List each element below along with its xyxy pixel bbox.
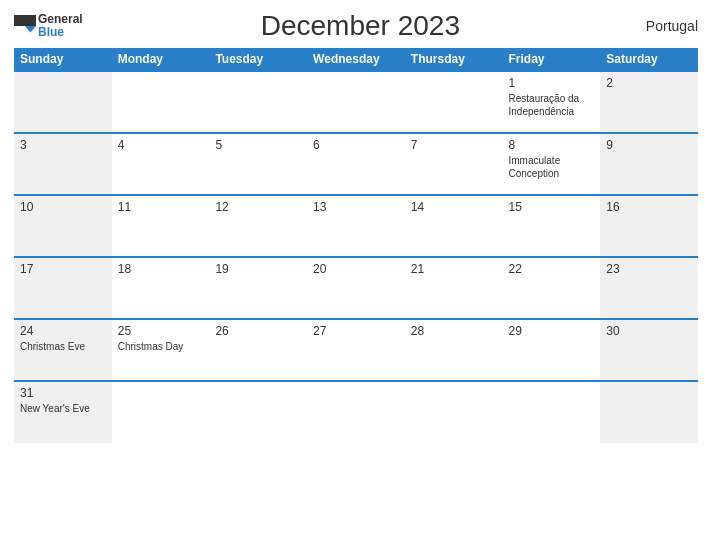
table-row: 31New Year's Eve [14,381,698,443]
day-number: 25 [118,324,204,338]
day-number: 12 [215,200,301,214]
col-saturday: Saturday [600,48,698,71]
col-sunday: Sunday [14,48,112,71]
day-number: 5 [215,138,301,152]
day-number: 9 [606,138,692,152]
col-thursday: Thursday [405,48,503,71]
day-number: 22 [509,262,595,276]
logo-blue: Blue [38,26,83,39]
day-number: 14 [411,200,497,214]
event-label: Christmas Day [118,340,204,353]
calendar-cell: 2 [600,71,698,133]
calendar-cell: 5 [209,133,307,195]
day-number: 11 [118,200,204,214]
day-number: 26 [215,324,301,338]
calendar-cell: 11 [112,195,210,257]
calendar-cell: 21 [405,257,503,319]
calendar-cell [209,71,307,133]
calendar-cell [112,381,210,443]
day-number: 10 [20,200,106,214]
day-number: 17 [20,262,106,276]
calendar-cell: 17 [14,257,112,319]
table-row: 1Restauração da Independência2 [14,71,698,133]
calendar-cell: 25Christmas Day [112,319,210,381]
calendar-cell: 4 [112,133,210,195]
event-label: Immaculate Conception [509,154,595,180]
logo: General Blue [14,13,83,39]
calendar-cell [307,381,405,443]
calendar-cell: 24Christmas Eve [14,319,112,381]
day-number: 20 [313,262,399,276]
calendar-cell: 13 [307,195,405,257]
day-number: 30 [606,324,692,338]
calendar-cell [503,381,601,443]
table-row: 345678Immaculate Conception9 [14,133,698,195]
day-number: 24 [20,324,106,338]
calendar-cell [405,381,503,443]
calendar-cell: 8Immaculate Conception [503,133,601,195]
event-label: Restauração da Independência [509,92,595,118]
day-number: 18 [118,262,204,276]
calendar-cell: 27 [307,319,405,381]
calendar-cell [307,71,405,133]
calendar-cell: 26 [209,319,307,381]
calendar-page: General Blue December 2023 Portugal Sund… [0,0,712,550]
table-row: 10111213141516 [14,195,698,257]
calendar-cell: 23 [600,257,698,319]
col-monday: Monday [112,48,210,71]
day-number: 1 [509,76,595,90]
calendar-cell: 18 [112,257,210,319]
day-number: 6 [313,138,399,152]
calendar-cell: 1Restauração da Independência [503,71,601,133]
calendar-title: December 2023 [83,10,638,42]
calendar-cell: 7 [405,133,503,195]
calendar-cell: 10 [14,195,112,257]
calendar-cell [14,71,112,133]
table-row: 24Christmas Eve25Christmas Day2627282930 [14,319,698,381]
day-number: 15 [509,200,595,214]
day-number: 29 [509,324,595,338]
calendar-cell [405,71,503,133]
event-label: New Year's Eve [20,402,106,415]
calendar-table: Sunday Monday Tuesday Wednesday Thursday… [14,48,698,443]
logo-text: General Blue [38,13,83,39]
calendar-cell [600,381,698,443]
logo-icon [14,15,36,37]
day-number: 31 [20,386,106,400]
day-number: 21 [411,262,497,276]
calendar-cell: 12 [209,195,307,257]
day-number: 19 [215,262,301,276]
calendar-cell: 9 [600,133,698,195]
day-number: 13 [313,200,399,214]
calendar-cell: 3 [14,133,112,195]
day-number: 7 [411,138,497,152]
calendar-cell: 6 [307,133,405,195]
calendar-cell: 29 [503,319,601,381]
calendar-cell: 31New Year's Eve [14,381,112,443]
day-number: 8 [509,138,595,152]
day-number: 4 [118,138,204,152]
calendar-cell: 19 [209,257,307,319]
calendar-cell [209,381,307,443]
day-number: 16 [606,200,692,214]
day-number: 3 [20,138,106,152]
day-number: 2 [606,76,692,90]
svg-rect-0 [14,15,36,26]
day-number: 27 [313,324,399,338]
calendar-cell: 14 [405,195,503,257]
table-row: 17181920212223 [14,257,698,319]
day-number: 23 [606,262,692,276]
col-friday: Friday [503,48,601,71]
calendar-cell: 28 [405,319,503,381]
svg-marker-1 [25,26,36,33]
header: General Blue December 2023 Portugal [14,10,698,42]
col-tuesday: Tuesday [209,48,307,71]
col-wednesday: Wednesday [307,48,405,71]
country-label: Portugal [638,18,698,34]
calendar-cell: 30 [600,319,698,381]
header-row: Sunday Monday Tuesday Wednesday Thursday… [14,48,698,71]
calendar-cell: 15 [503,195,601,257]
calendar-cell: 22 [503,257,601,319]
event-label: Christmas Eve [20,340,106,353]
calendar-cell: 20 [307,257,405,319]
